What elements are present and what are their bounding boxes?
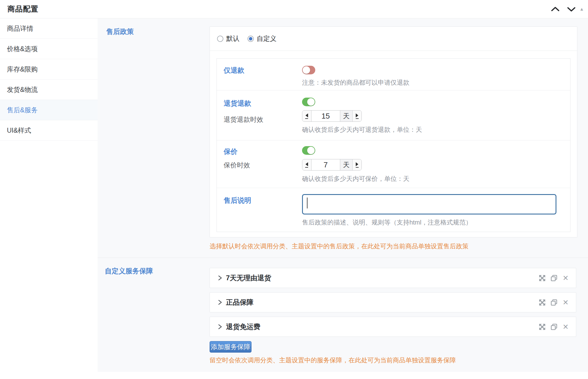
service-item-title: 正品保障: [226, 298, 254, 307]
chevron-up-icon: [550, 6, 560, 12]
product-config-page: 商品配置 ▲ 商品详情 价格&选项 库存&限购 发货&物流 售后&服务 UI&样…: [0, 0, 588, 379]
radio-default-label: 默认: [226, 34, 239, 43]
refund-only-note: 注意：未发货的商品都可以申请仅退款: [302, 78, 570, 87]
copy-button[interactable]: [550, 298, 558, 306]
service-item: 正品保障: [210, 292, 576, 312]
stepper-decrease-button[interactable]: [302, 111, 311, 121]
stepper-decrease-button[interactable]: [302, 159, 311, 170]
return-refund-row: 退货退款 退货退款时效 天: [217, 90, 570, 140]
close-icon: ✕: [563, 299, 569, 306]
collapse-up-button[interactable]: [547, 1, 563, 17]
aftersale-policy-section: 售后政策 默认 自定义: [98, 18, 588, 258]
chevron-right-icon: [217, 274, 223, 281]
close-icon: ✕: [563, 274, 569, 282]
service-guarantee-footnote: 留空时会依次调用分类、主题设置中的服务保障，在此处可为当前商品单独设置服务保障: [210, 356, 576, 365]
service-guarantee-section: 自定义服务保障 7天无理由退货: [98, 258, 588, 373]
aftersale-policy-body: 默认 自定义 仅退款: [210, 18, 577, 258]
service-item-actions: ✕: [538, 323, 570, 331]
policy-mode-custom-option[interactable]: 自定义: [247, 34, 276, 43]
sidebar-item-aftersale-service[interactable]: 售后&服务: [0, 100, 98, 120]
config-sidebar: 商品详情 价格&选项 库存&限购 发货&物流 售后&服务 UI&样式: [0, 18, 98, 379]
sidebar-item-ui-style[interactable]: UI&样式: [0, 120, 98, 141]
price-protection-days-stepper: 天: [302, 159, 362, 171]
radio-custom[interactable]: [247, 36, 254, 42]
radio-custom-label: 自定义: [257, 34, 276, 43]
aftersale-policy-label: 售后政策: [106, 27, 210, 36]
move-handle[interactable]: [538, 298, 546, 306]
return-refund-toggle[interactable]: [302, 98, 315, 106]
aftersale-description-note: 售后政策的描述、说明、规则等（支持html，注意格式规范）: [302, 218, 570, 227]
return-refund-note: 确认收货后多少天内可退货退款，单位：天: [302, 125, 570, 134]
service-item: 退货免运费: [210, 317, 576, 337]
aftersale-description-label: 售后说明: [224, 196, 302, 205]
header-controls: ▲: [547, 0, 588, 18]
page-header: 商品配置 ▲: [0, 0, 588, 18]
page-title: 商品配置: [7, 4, 38, 14]
policy-mode-radio-row: 默认 自定义: [210, 27, 577, 51]
copy-button[interactable]: [550, 323, 558, 331]
add-service-guarantee-button[interactable]: 添加服务保障: [210, 341, 252, 353]
remove-button[interactable]: ✕: [562, 298, 570, 306]
stepper-increase-button[interactable]: [353, 111, 361, 121]
main-content: 售后政策 默认 自定义: [98, 18, 588, 372]
aftersale-policy-gutter: 售后政策: [98, 18, 210, 258]
stepper-increase-button[interactable]: [353, 159, 361, 170]
sidebar-item-shipping-logistics[interactable]: 发货&物流: [0, 80, 98, 100]
service-item-title: 7天无理由退货: [226, 273, 271, 283]
service-guarantee-body: 7天无理由退货: [210, 258, 576, 373]
return-refund-days-input[interactable]: [311, 111, 340, 121]
service-item-actions: ✕: [538, 274, 570, 282]
refund-only-toggle[interactable]: [302, 66, 315, 74]
price-protection-days-input[interactable]: [311, 159, 340, 170]
price-protection-label: 保价: [224, 147, 302, 156]
refund-only-label: 仅退款: [224, 65, 302, 75]
stepper-unit-label: 天: [340, 111, 353, 121]
service-item-header[interactable]: 退货免运费: [217, 322, 538, 331]
return-refund-days-label: 退货退款时效: [224, 115, 302, 124]
return-refund-days-stepper: 天: [302, 110, 362, 122]
remove-button[interactable]: ✕: [562, 323, 570, 331]
price-protection-toggle[interactable]: [302, 146, 315, 155]
service-item-header[interactable]: 正品保障: [217, 298, 538, 307]
text-caret: [307, 198, 307, 208]
copy-button[interactable]: [550, 274, 558, 282]
refund-only-row: 仅退款 注意：未发货的商品都可以申请仅退款: [217, 59, 570, 90]
move-handle[interactable]: [538, 323, 546, 331]
service-guarantee-label: 自定义服务保障: [105, 266, 210, 276]
sidebar-item-price-options[interactable]: 价格&选项: [0, 39, 98, 59]
sidebar-item-stock-limit[interactable]: 库存&限购: [0, 59, 98, 80]
copy-icon: [550, 299, 558, 306]
price-protection-days-label: 保价时效: [224, 161, 302, 170]
aftersale-policy-panel: 默认 自定义 仅退款: [210, 26, 577, 237]
remove-button[interactable]: ✕: [562, 274, 570, 282]
scroll-top-icon[interactable]: ▲: [579, 7, 584, 12]
service-item-header[interactable]: 7天无理由退货: [217, 273, 538, 283]
move-icon: [538, 274, 546, 282]
policy-settings-box: 仅退款 注意：未发货的商品都可以申请仅退款 退货退款 退货退款时效: [216, 58, 570, 232]
copy-icon: [550, 323, 558, 331]
stepper-unit-label: 天: [340, 159, 353, 170]
collapse-down-button[interactable]: [563, 1, 579, 17]
move-handle[interactable]: [538, 274, 546, 282]
price-protection-note: 确认收货后多少天内可保价，单位：天: [302, 175, 570, 183]
move-icon: [538, 299, 546, 306]
close-icon: ✕: [563, 323, 569, 330]
price-protection-row: 保价 保价时效 天 确认: [217, 140, 570, 188]
service-item: 7天无理由退货: [210, 268, 576, 288]
service-item-actions: ✕: [538, 298, 570, 306]
aftersale-policy-footnote: 选择默认时会依次调用分类、主题设置中的售后政策，在此处可为当前商品单独设置售后政…: [210, 242, 577, 251]
move-icon: [538, 323, 546, 331]
service-guarantee-gutter: 自定义服务保障: [98, 258, 210, 373]
chevron-right-icon: [217, 299, 223, 306]
aftersale-description-row: 售后说明 售后政策的描述、说明、规则等（支持html，注意格式规范）: [217, 188, 570, 232]
service-item-title: 退货免运费: [226, 322, 260, 331]
aftersale-description-textarea[interactable]: [302, 194, 556, 214]
radio-default[interactable]: [217, 36, 223, 42]
chevron-right-icon: [217, 323, 223, 330]
sidebar-item-product-detail[interactable]: 商品详情: [0, 18, 98, 39]
policy-mode-default-option[interactable]: 默认: [217, 34, 239, 43]
return-refund-label: 退货退款: [224, 98, 302, 108]
chevron-down-icon: [566, 6, 576, 12]
copy-icon: [550, 274, 558, 282]
